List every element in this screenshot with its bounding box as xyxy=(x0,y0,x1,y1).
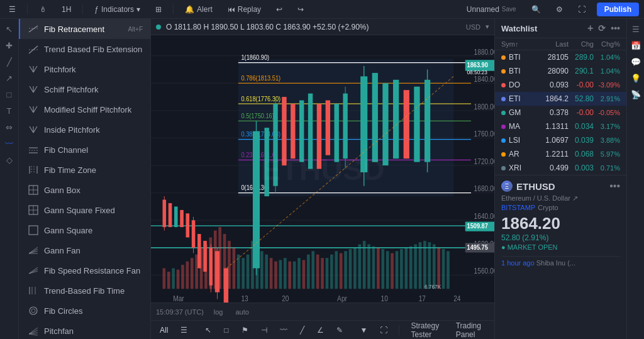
line-tool[interactable]: ╱ xyxy=(2,54,17,69)
angle-btn[interactable]: ∠ xyxy=(313,325,328,336)
sidebar-item-fib-channel[interactable]: Fib Channel xyxy=(19,140,150,160)
text-tool[interactable]: T xyxy=(2,103,17,118)
watchlist-col-headers: Sym↑ Last Chg Chg% xyxy=(495,38,626,50)
watchlist-row-ar-7[interactable]: AR 1.2211 0.068 5.97% xyxy=(495,147,626,161)
watchlist-row-bti-0[interactable]: BTI 28105 289.0 1.04% xyxy=(495,50,626,64)
alert-btn[interactable]: 🔔 Alert xyxy=(181,4,216,15)
sidebar-item-trend-fib-time[interactable]: Trend-Based Fib Time xyxy=(19,281,150,301)
add-watchlist-btn[interactable]: + xyxy=(587,23,593,34)
cursor-draw-btn[interactable]: ↖ xyxy=(201,325,215,336)
rect-tool[interactable]: □ xyxy=(2,87,17,102)
sidebar-item-gann-box[interactable]: Gann Box xyxy=(19,180,150,200)
sidebar-item-gann-fan[interactable]: Gann Fan xyxy=(19,240,150,260)
svg-rect-102 xyxy=(186,262,189,289)
wave-btn[interactable]: 〰 xyxy=(276,325,291,336)
watchlist-row-xri-8[interactable]: XRI 0.499 0.003 0.71% xyxy=(495,161,626,175)
hamburger-menu[interactable]: ☰ xyxy=(5,4,19,15)
sidebar-item-inside-pitchfork[interactable]: Inside Pitchfork xyxy=(19,119,150,140)
sync-watchlist-btn[interactable]: ⟳ xyxy=(598,23,606,33)
watchlist-row-eti-3[interactable]: ETI 1864.2 52.80 2.91% xyxy=(495,92,626,106)
svg-text:08:50:23: 08:50:23 xyxy=(467,69,487,75)
timeframe-btn[interactable]: 1H xyxy=(58,4,75,15)
watchlist-row-gm-4[interactable]: GM 0.378 -0.00 -0.05% xyxy=(495,106,626,119)
unnamed-label: Unnamed xyxy=(467,5,499,14)
undo-btn[interactable]: ↩ xyxy=(272,4,286,15)
sidebar-item-fib-timezone[interactable]: Fib Time Zone xyxy=(19,160,150,180)
svg-rect-101 xyxy=(181,265,184,289)
sidebar-item-trend-based-fib[interactable]: Trend Based Fib Extension xyxy=(19,39,150,59)
svg-rect-82 xyxy=(308,94,313,169)
price-cell: 1.0697 xyxy=(534,136,569,145)
sidebar-item-fib-retracement[interactable]: Fib Retracement Alt+F xyxy=(19,19,150,39)
redo-icon: ↪ xyxy=(297,5,304,14)
svg-text:1680.00: 1680.00 xyxy=(474,185,494,193)
shortcut-label: Alt+F xyxy=(128,26,143,33)
svg-rect-128 xyxy=(307,255,310,289)
sidebar-item-gann-square[interactable]: Gann Square xyxy=(19,220,150,240)
sym-dot xyxy=(501,125,506,129)
templates-btn[interactable]: ⊞ xyxy=(152,4,165,15)
sidebar-item-pitchfan[interactable]: Pitchfan xyxy=(19,321,150,339)
indicators-btn[interactable]: ƒ Indicators ▾ xyxy=(91,4,144,15)
ideas-icon-btn[interactable]: 💡 xyxy=(628,70,643,86)
sidebar-item-label: Gann Square Fixed xyxy=(44,206,115,215)
pencil-btn[interactable]: ✎ xyxy=(333,325,347,336)
replay-btn[interactable]: ⏮ Replay xyxy=(224,4,265,15)
watchlist-row-bti-1[interactable]: BTI 28090 290.1 1.04% xyxy=(495,64,626,78)
collapse-btn[interactable]: ▼ xyxy=(357,325,372,336)
trading-panel-tab[interactable]: Trading Panel xyxy=(452,320,489,340)
measure-tool[interactable]: ⇔ xyxy=(2,119,17,135)
sidebar-item-pitchfork[interactable]: Pitchfork xyxy=(19,59,150,79)
redo-btn[interactable]: ↪ xyxy=(294,4,308,15)
arrow-tool[interactable]: ↗ xyxy=(2,70,17,86)
chart-type-toggle[interactable]: ☰ xyxy=(177,325,191,336)
svg-rect-99 xyxy=(172,269,175,289)
svg-rect-126 xyxy=(297,258,301,289)
sidebar-item-fib-circles[interactable]: Fib Circles xyxy=(19,301,150,321)
watchlist-row-ma-5[interactable]: MA 1.1311 0.034 3.17% xyxy=(495,119,626,133)
expand-btn[interactable]: ⛶ xyxy=(376,325,391,336)
price-cell: 1.1311 xyxy=(534,122,569,131)
instrument-more[interactable]: ••• xyxy=(609,181,620,192)
strategy-tester-tab[interactable]: Strategy Tester xyxy=(407,320,447,340)
chg-cell: 290.1 xyxy=(569,67,594,75)
auto-btn[interactable]: auto xyxy=(233,308,252,316)
watchlist-title: Watchlist xyxy=(501,24,537,33)
chart-type-btn[interactable]: 🕯 xyxy=(35,4,50,15)
all-tab[interactable]: All xyxy=(156,325,172,336)
measure-draw-btn[interactable]: ⊣ xyxy=(257,325,271,336)
chat-icon-btn[interactable]: 💬 xyxy=(628,54,643,69)
calendar-icon-btn[interactable]: 📅 xyxy=(628,38,643,53)
crosshair-tool[interactable]: ✚ xyxy=(2,38,17,53)
fib-tool[interactable]: 〰 xyxy=(2,136,17,151)
watchlist-row-lsi-6[interactable]: LSI 1.0697 0.039 3.88% xyxy=(495,133,626,147)
more-watchlist-btn[interactable]: ••• xyxy=(611,23,620,33)
svg-rect-143 xyxy=(377,248,380,289)
sidebar-item-label: Fib Channel xyxy=(44,145,88,155)
log-btn[interactable]: log xyxy=(211,308,226,316)
price-cell: 0.093 xyxy=(534,81,569,89)
chart-area: O 1811.80 H 1890.50 L 1803.60 C 1863.90 … xyxy=(151,19,494,339)
chart-canvas[interactable]: ETHUSD 1880.00 1840.00 xyxy=(151,35,494,303)
rect-draw-btn[interactable]: □ xyxy=(220,325,232,336)
sidebar-item-fib-speed[interactable]: Fib Speed Resistance Fan xyxy=(19,260,150,281)
watchlist-icon-btn[interactable]: ☰ xyxy=(628,21,643,36)
sidebar-item-schiff[interactable]: Schiff Pitchfork xyxy=(19,79,150,99)
svg-rect-129 xyxy=(311,251,314,289)
watchlist-row-do-2[interactable]: DO 0.093 -0.00 -3.09% xyxy=(495,78,626,92)
line-draw-btn[interactable]: ╱ xyxy=(296,325,308,336)
signal-icon-btn[interactable]: 📡 xyxy=(628,87,643,102)
pattern-tool[interactable]: ◇ xyxy=(2,152,17,167)
publish-button[interactable]: Publish xyxy=(597,3,639,16)
settings-btn[interactable]: ⚙ xyxy=(552,4,567,15)
search-btn[interactable]: 🔍 xyxy=(528,4,545,15)
chg-cell: 0.034 xyxy=(569,122,594,131)
cursor-tool[interactable]: ↖ xyxy=(2,21,17,36)
unnamed-save[interactable]: Unnamed Save xyxy=(463,4,520,15)
fullscreen-btn[interactable]: ⛶ xyxy=(574,4,589,15)
sidebar-item-modified-schiff[interactable]: Modified Schiff Pitchfork xyxy=(19,99,150,119)
svg-rect-115 xyxy=(247,255,250,289)
sidebar-item-gann-square-fixed[interactable]: Gann Square Fixed xyxy=(19,200,150,220)
flag-btn[interactable]: ⚑ xyxy=(238,325,252,336)
bell-icon: 🔔 xyxy=(185,5,194,14)
